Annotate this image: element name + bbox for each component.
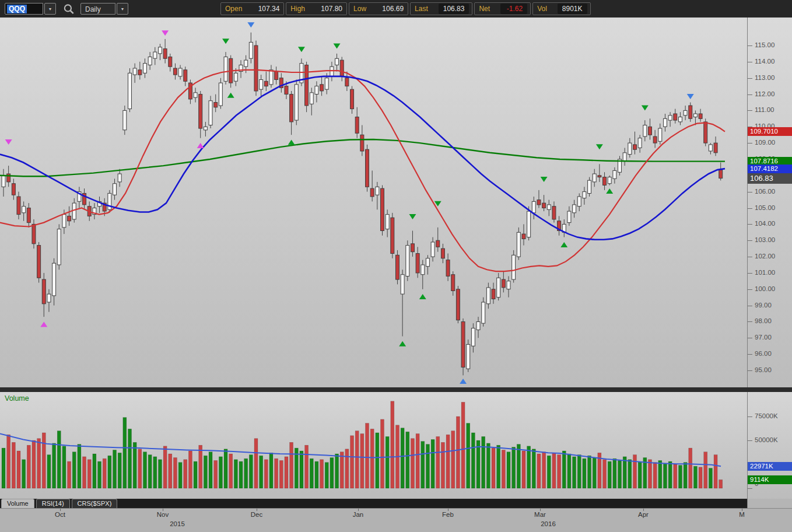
price-axis[interactable]: 115.00114.00113.00112.00111.00110.00109.… xyxy=(747,18,792,387)
candle-body xyxy=(260,80,263,90)
tab-rsi[interactable]: RSI(14) xyxy=(36,499,70,508)
candle xyxy=(42,273,45,317)
candle xyxy=(492,283,495,304)
last-value: 106.83 xyxy=(439,4,469,14)
candle xyxy=(153,47,157,65)
candle-body xyxy=(108,193,111,209)
candle xyxy=(395,250,399,285)
candle-body xyxy=(153,52,157,58)
price-badge: 107.4182 xyxy=(748,164,792,173)
candle-body xyxy=(512,255,516,279)
volume-axis[interactable]: 75000K50000K022971K9114K xyxy=(747,392,792,499)
candle-body xyxy=(522,234,525,239)
candle-body xyxy=(613,170,616,178)
ma-line-blue xyxy=(0,76,725,240)
pane-splitter[interactable] xyxy=(0,387,792,392)
volume-bar xyxy=(497,445,500,488)
candle-body xyxy=(704,122,707,143)
volume-bar xyxy=(381,419,384,488)
candle-body xyxy=(552,206,556,219)
interval-dropdown-button[interactable]: ▼ xyxy=(117,3,128,15)
volume-bar xyxy=(366,424,369,489)
symbol-input[interactable]: QQQ xyxy=(5,3,43,15)
candle xyxy=(310,88,313,115)
volume-bar xyxy=(522,451,525,488)
candle xyxy=(416,247,419,278)
candle-body xyxy=(340,60,344,76)
volume-tick xyxy=(748,416,752,417)
volume-bar xyxy=(351,436,354,488)
candle xyxy=(340,57,344,82)
candle xyxy=(558,216,561,235)
candle-body xyxy=(32,224,36,243)
candle xyxy=(446,254,450,281)
candle xyxy=(689,103,692,122)
symbol-text: QQQ xyxy=(7,5,27,13)
quote-net: Net-1.62 xyxy=(474,2,531,15)
interval-group: Daily ▼ xyxy=(80,3,128,15)
volume-bar xyxy=(37,439,41,488)
candle-body xyxy=(648,127,651,135)
volume-bar xyxy=(588,456,591,488)
price-tick xyxy=(748,143,752,144)
price-tick-label: 95.00 xyxy=(755,366,772,373)
tab-crs[interactable]: CRS($SPX) xyxy=(72,499,118,508)
time-axis[interactable]: OctNovDecJanFebMarAprM20152016 xyxy=(0,508,792,532)
interval-select[interactable]: Daily xyxy=(80,3,115,15)
candle xyxy=(305,62,309,112)
candle xyxy=(628,138,632,158)
candle xyxy=(269,65,273,88)
price-tick xyxy=(748,306,752,306)
volume-bar xyxy=(653,463,657,488)
candle-body xyxy=(638,138,642,148)
volume-bar xyxy=(68,461,71,488)
candle-body xyxy=(148,57,152,65)
signal-marker-up xyxy=(40,321,47,327)
volume-bar xyxy=(72,452,76,488)
candle-body xyxy=(547,205,551,209)
candle xyxy=(471,323,475,352)
volume-bar xyxy=(2,448,5,488)
candle-body xyxy=(663,118,667,127)
signal-marker-down xyxy=(222,38,229,44)
candle xyxy=(441,244,444,263)
candle-body xyxy=(199,94,202,129)
candle-body xyxy=(290,94,293,122)
price-tick xyxy=(748,289,752,290)
price-chart[interactable] xyxy=(0,18,747,387)
candle-body xyxy=(517,232,520,257)
candle-body xyxy=(577,197,581,206)
candle xyxy=(264,72,268,91)
month-label: Oct xyxy=(55,511,65,518)
candle xyxy=(199,91,202,138)
volume-bar xyxy=(93,454,96,488)
volume-bar xyxy=(285,457,288,488)
volume-bar xyxy=(335,454,339,488)
candle xyxy=(249,33,253,64)
candle xyxy=(123,106,127,135)
tab-volume[interactable]: Volume xyxy=(1,499,34,508)
volume-bar xyxy=(376,433,379,488)
candle xyxy=(108,190,111,213)
candle-body xyxy=(330,66,334,76)
volume-bar xyxy=(12,442,15,488)
candle-body xyxy=(113,184,117,195)
volume-bar xyxy=(330,458,334,489)
candle-body xyxy=(345,78,349,86)
volume-bar xyxy=(47,455,51,488)
volume-bar xyxy=(663,463,667,488)
candle-body xyxy=(295,85,298,120)
symbol-dropdown-button[interactable]: ▼ xyxy=(44,3,56,15)
candle xyxy=(178,65,182,79)
price-tick xyxy=(748,273,752,274)
volume-chart[interactable] xyxy=(0,392,747,499)
candle-body xyxy=(335,58,339,65)
candle-body xyxy=(219,83,222,106)
candle-body xyxy=(370,188,374,197)
candle xyxy=(219,78,222,109)
price-tick-label: 106.00 xyxy=(755,188,775,195)
candle-body xyxy=(351,89,354,108)
search-icon[interactable] xyxy=(62,4,75,15)
candle-body xyxy=(588,180,591,193)
candle xyxy=(113,178,117,200)
